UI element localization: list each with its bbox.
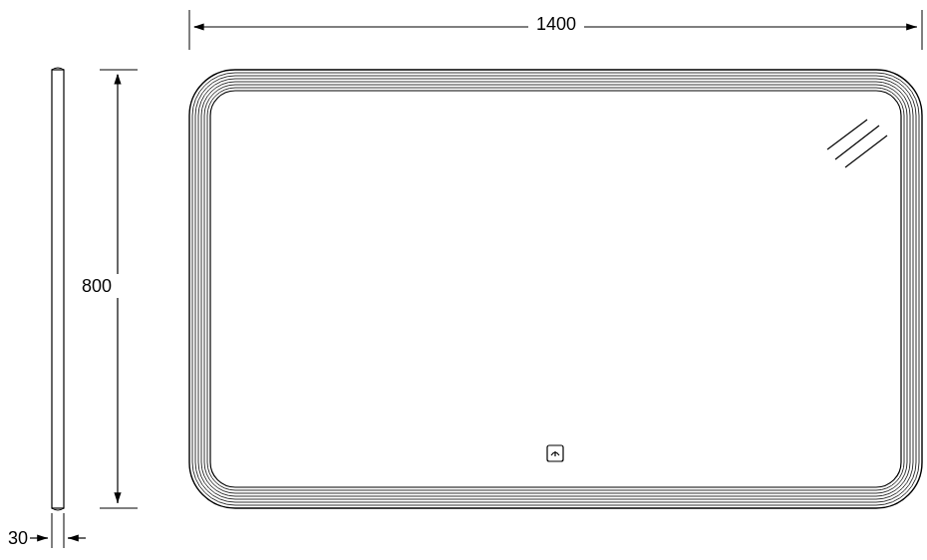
svg-line-21 <box>827 120 867 149</box>
svg-rect-16 <box>198 79 913 499</box>
dimension-width: 1400 <box>189 10 922 50</box>
svg-rect-18 <box>204 85 907 493</box>
svg-line-23 <box>845 136 887 167</box>
svg-rect-8 <box>52 70 64 508</box>
dimension-width-label: 1400 <box>536 14 576 34</box>
svg-rect-20 <box>210 91 901 487</box>
svg-line-22 <box>835 126 879 159</box>
reflection-mark-icon <box>827 120 887 167</box>
side-profile <box>52 68 64 510</box>
svg-rect-19 <box>207 88 904 490</box>
dimension-depth: 30 <box>8 513 86 548</box>
dimension-depth-label: 30 <box>8 528 28 548</box>
sensor-button-icon <box>547 445 563 461</box>
svg-rect-13 <box>189 70 922 508</box>
svg-rect-17 <box>201 82 910 496</box>
svg-rect-15 <box>195 76 916 502</box>
svg-rect-14 <box>192 73 919 505</box>
technical-drawing: 1400 800 30 <box>0 0 927 560</box>
dimension-height-label: 800 <box>82 276 112 296</box>
mirror-front <box>189 70 922 508</box>
dimension-height: 800 <box>75 70 138 508</box>
